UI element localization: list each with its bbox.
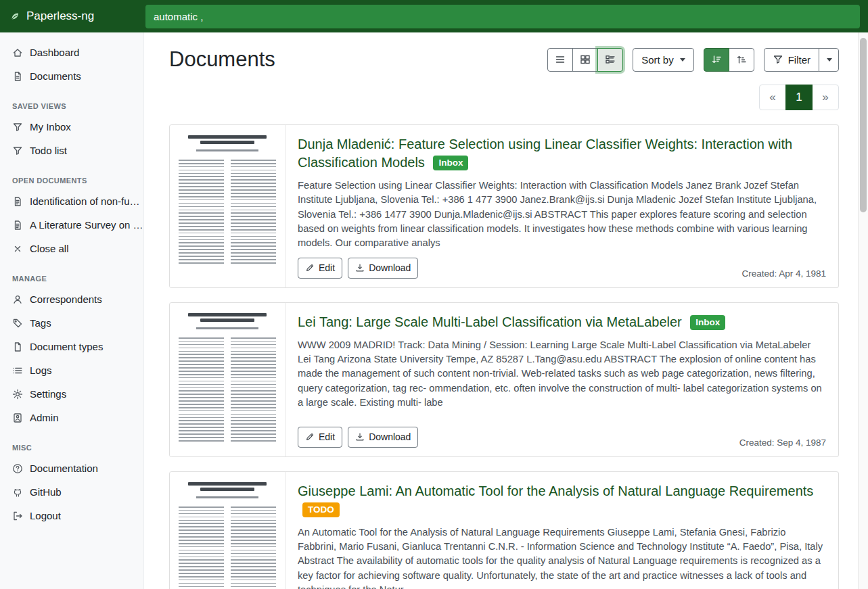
document-card: Giuseppe Lami: An Automatic Tool for the… — [169, 471, 839, 589]
sidebar-item-close-all[interactable]: Close all — [0, 237, 143, 260]
sidebar: Dashboard Documents SAVED VIEWS My Inbox… — [0, 32, 144, 589]
download-button[interactable]: Download — [348, 427, 418, 448]
person-badge-icon — [12, 413, 23, 423]
sidebar-item-label: Documentation — [30, 463, 98, 474]
document-title-link[interactable]: Lei Tang: Large Scale Multi-Label Classi… — [298, 313, 826, 331]
chevron-down-icon — [680, 58, 685, 62]
details-view-button[interactable] — [597, 48, 623, 72]
edit-button[interactable]: Edit — [298, 427, 342, 448]
download-button[interactable]: Download — [348, 258, 418, 279]
sort-by-dropdown[interactable]: Sort by — [633, 48, 694, 72]
list-icon — [12, 365, 23, 376]
document-excerpt: WWW 2009 MADRID! Track: Data Mining / Se… — [298, 338, 826, 410]
thumbnail-columns — [179, 506, 276, 589]
sidebar-item-label: My Inbox — [30, 121, 71, 133]
document-actions: Edit Download — [298, 258, 418, 279]
document-card-footer: Edit Download Created: Sep 4, 1987 — [298, 420, 826, 448]
sidebar-item-label: Close all — [30, 243, 69, 254]
sidebar-item-correspondents[interactable]: Correspondents — [0, 287, 143, 311]
app-brand[interactable]: Paperless-ng — [0, 9, 144, 23]
pagination-page-1[interactable]: 1 — [785, 85, 813, 110]
file-text-icon — [12, 196, 23, 207]
sort-descending-button[interactable] — [704, 48, 729, 72]
sort-direction-group — [704, 48, 754, 72]
thumbnail-text-line — [188, 313, 266, 316]
thumbnail-columns — [179, 337, 276, 443]
document-title-link[interactable]: Giuseppe Lami: An Automatic Tool for the… — [298, 482, 826, 519]
sidebar-item-label: Settings — [30, 388, 66, 400]
thumbnail-text-line — [200, 319, 255, 322]
sidebar-section-misc: MISC — [0, 429, 143, 456]
document-excerpt: An Automatic Tool for the Analysis of Na… — [298, 525, 826, 589]
document-title-link[interactable]: Dunja Mladenić: Feature Selection using … — [298, 135, 826, 172]
sidebar-item-logout[interactable]: Logout — [0, 504, 143, 527]
thumbnail-text-line — [188, 482, 266, 486]
filter-split-button: Filter — [764, 48, 839, 72]
list-view-button[interactable] — [547, 48, 573, 72]
sort-alpha-up-icon — [736, 54, 747, 65]
documents-icon — [12, 71, 23, 82]
sort-alphabetical-button[interactable] — [729, 48, 754, 72]
document-thumbnail[interactable] — [170, 472, 285, 589]
thumbnail-text-line — [196, 149, 258, 151]
close-icon — [12, 243, 23, 254]
sidebar-item-label: Todo list — [30, 145, 67, 156]
edit-label: Edit — [319, 262, 335, 273]
gear-icon — [12, 389, 23, 400]
thumbnail-text-line — [200, 488, 255, 491]
tag-badge-todo[interactable]: TODO — [302, 502, 340, 517]
tag-icon — [12, 318, 23, 329]
pagination-next-button[interactable]: » — [812, 85, 839, 110]
document-card: Dunja Mladenić: Feature Selection using … — [169, 124, 839, 288]
filter-dropdown-toggle[interactable] — [819, 48, 839, 72]
grid-view-icon — [580, 54, 591, 65]
pencil-icon — [305, 263, 315, 273]
filter-button[interactable]: Filter — [764, 48, 819, 72]
document-thumbnail[interactable] — [170, 303, 285, 456]
filter-label: Filter — [788, 54, 810, 66]
scrollbar[interactable] — [858, 32, 868, 589]
sidebar-item-tags[interactable]: Tags — [0, 311, 143, 335]
edit-label: Edit — [319, 431, 335, 442]
sidebar-item-open-document-1[interactable]: Identification of non-fu… — [0, 189, 143, 213]
sidebar-item-github[interactable]: GitHub — [0, 480, 143, 504]
tag-badge-inbox[interactable]: Inbox — [433, 156, 468, 170]
person-icon — [12, 294, 23, 305]
app-title: Paperless-ng — [26, 9, 94, 23]
download-icon — [355, 432, 365, 442]
tag-badge-inbox[interactable]: Inbox — [690, 315, 725, 330]
grid-view-button[interactable] — [572, 48, 598, 72]
list-view-icon — [555, 54, 566, 65]
sidebar-item-documents[interactable]: Documents — [0, 64, 143, 88]
sidebar-section-saved-views: SAVED VIEWS — [0, 88, 143, 115]
sidebar-item-dashboard[interactable]: Dashboard — [0, 41, 143, 64]
document-thumbnail[interactable] — [170, 125, 285, 287]
created-date: Created: Apr 4, 1981 — [741, 268, 826, 279]
download-label: Download — [369, 262, 411, 273]
pagination-prev-button[interactable]: « — [759, 85, 786, 110]
sidebar-item-label: Identification of non-fu… — [30, 195, 140, 207]
sidebar-item-todo-list[interactable]: Todo list — [0, 139, 143, 162]
sidebar-item-my-inbox[interactable]: My Inbox — [0, 115, 143, 139]
sidebar-item-open-document-2[interactable]: A Literature Survey on … — [0, 213, 143, 237]
sidebar-item-label: Logout — [30, 510, 61, 521]
sidebar-section-manage: MANAGE — [0, 260, 143, 287]
global-search-input[interactable] — [145, 5, 860, 28]
sidebar-item-document-types[interactable]: Document types — [0, 335, 143, 358]
sidebar-item-label: Admin — [30, 412, 59, 423]
sidebar-item-label: Correspondents — [30, 293, 102, 305]
sidebar-item-settings[interactable]: Settings — [0, 382, 143, 406]
sidebar-item-logs[interactable]: Logs — [0, 358, 143, 382]
paperless-logo-icon — [9, 11, 20, 22]
scrollbar-thumb[interactable] — [860, 38, 867, 212]
global-search-wrap — [144, 5, 868, 28]
pagination: « 1 » — [169, 85, 839, 110]
document-card-footer: Edit Download Created: Apr 4, 1981 — [298, 251, 826, 279]
sidebar-item-admin[interactable]: Admin — [0, 406, 143, 429]
edit-button[interactable]: Edit — [298, 258, 342, 279]
top-navbar: Paperless-ng — [0, 0, 868, 32]
thumbnail-text-line — [196, 327, 258, 329]
sidebar-item-label: Document types — [30, 341, 103, 352]
sidebar-item-documentation[interactable]: Documentation — [0, 456, 143, 480]
sidebar-item-label: GitHub — [30, 486, 62, 498]
